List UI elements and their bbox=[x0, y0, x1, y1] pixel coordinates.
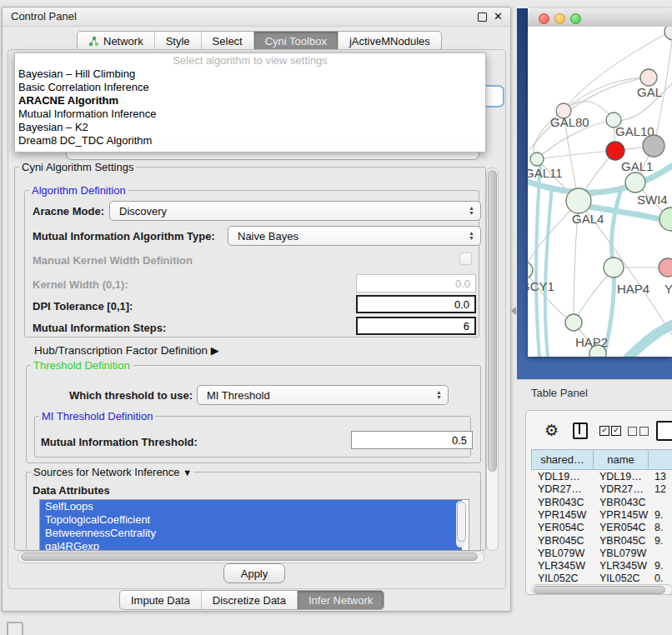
attribute-item[interactable]: gal4RGexp bbox=[40, 540, 462, 551]
mi-algorithm-type-combo[interactable]: Naive Bayes ▲▼ bbox=[228, 226, 481, 246]
new-column-icon[interactable] bbox=[656, 421, 672, 441]
chevron-right-icon: ▶ bbox=[211, 344, 219, 357]
table-cell[interactable]: YBR045C bbox=[538, 535, 584, 547]
table-cell[interactable]: YBR043C bbox=[599, 497, 646, 508]
network-window-titlebar[interactable] bbox=[528, 8, 672, 28]
table-cell[interactable]: 9. bbox=[654, 535, 663, 547]
table-cell[interactable]: 9. bbox=[654, 509, 663, 521]
tab-style[interactable]: Style bbox=[155, 32, 202, 50]
aracne-mode-combo[interactable]: Discovery ▲▼ bbox=[109, 201, 481, 221]
attribute-item[interactable]: SelfLoops bbox=[40, 500, 462, 513]
table-cell[interactable]: 8. bbox=[654, 522, 663, 533]
node-hap4[interactable] bbox=[604, 258, 624, 278]
minimized-panel-icon[interactable] bbox=[7, 622, 23, 635]
table-cell[interactable]: YER054C bbox=[599, 522, 646, 533]
node-label: Y bbox=[664, 282, 672, 296]
table-cell[interactable]: YIL052C bbox=[599, 572, 640, 583]
node[interactable] bbox=[606, 142, 624, 160]
aracne-mode-value: Discovery bbox=[119, 205, 167, 218]
table-cell[interactable]: YLR345W bbox=[538, 560, 585, 572]
dropdown-placeholder: Select algorithm to view settings bbox=[15, 53, 485, 68]
table-cell[interactable]: YBR043C bbox=[538, 497, 584, 508]
apply-button[interactable]: Apply bbox=[223, 563, 285, 583]
close-traffic-light[interactable] bbox=[539, 13, 549, 24]
node[interactable] bbox=[643, 135, 664, 157]
manual-kernel-width-label: Manual Kernel Width Definition bbox=[33, 254, 193, 267]
node[interactable] bbox=[589, 345, 606, 357]
tab-impute-data[interactable]: Impute Data bbox=[120, 591, 202, 609]
network-canvas[interactable]: GALGAL80GAL10GAL11GAL1SWI4GAL4GCY1HAP4YH… bbox=[528, 27, 672, 357]
table-cell[interactable]: YER054C bbox=[538, 522, 584, 533]
table-horizontal-scrollbar[interactable] bbox=[531, 584, 672, 595]
node-gal1[interactable] bbox=[625, 172, 645, 192]
table-rows: YDL19…YDL19…13YDR27…YDR27…12YBR043CYBR04… bbox=[531, 469, 672, 583]
node-y[interactable] bbox=[659, 258, 672, 277]
node-gal11[interactable] bbox=[530, 152, 544, 166]
select-all-icon2[interactable]: ✓ bbox=[611, 426, 621, 436]
algorithm-option[interactable]: Bayesian – Hill Climbing bbox=[15, 68, 485, 81]
table-cell[interactable]: YBL079W bbox=[599, 548, 646, 559]
table-cell[interactable]: YDL19… bbox=[538, 471, 580, 482]
attribute-item[interactable]: BetweennessCentrality bbox=[40, 527, 462, 540]
kernel-width-input[interactable]: 0.0 bbox=[356, 274, 476, 292]
table-cell[interactable]: YBL079W bbox=[538, 548, 584, 559]
table-cell[interactable]: YDR27… bbox=[599, 483, 644, 495]
deselect-icon2[interactable] bbox=[639, 427, 649, 436]
dpi-tolerance-input[interactable]: 0.0 bbox=[356, 295, 476, 313]
deselect-icon[interactable] bbox=[628, 427, 637, 436]
algorithm-option[interactable]: Bayesian – K2 bbox=[15, 121, 485, 134]
node-gal[interactable] bbox=[640, 69, 657, 86]
data-attributes-list[interactable]: SelfLoopsTopologicalCoefficientBetweenne… bbox=[39, 499, 469, 551]
algorithm-option[interactable]: Mutual Information Inference bbox=[15, 108, 485, 121]
table-cell[interactable]: 0. bbox=[654, 572, 663, 583]
select-all-icon[interactable]: ✓ bbox=[599, 426, 609, 436]
control-panel-titlebar[interactable]: Control Panel ✕ bbox=[3, 8, 510, 27]
algorithm-option[interactable]: ARACNE Algorithm bbox=[15, 94, 485, 108]
minimize-traffic-light[interactable] bbox=[554, 13, 565, 24]
hub-definition-toggle[interactable]: Hub/Transcription Factor Definition ▶ bbox=[34, 344, 219, 357]
float-window-icon[interactable] bbox=[478, 12, 487, 22]
column-header[interactable] bbox=[648, 449, 672, 470]
gear-icon[interactable]: ⚙ bbox=[544, 421, 559, 440]
tab-select[interactable]: Select bbox=[202, 32, 254, 50]
table-cell[interactable]: 13 bbox=[654, 471, 666, 482]
tab-jactivemnodules[interactable]: jActiveMNodules bbox=[339, 32, 441, 50]
table-cell[interactable]: 9. bbox=[654, 560, 663, 572]
node-label: GAL80 bbox=[550, 115, 589, 129]
table-cell[interactable]: YLR345W bbox=[599, 560, 647, 572]
splitter-collapse-icon[interactable] bbox=[511, 307, 516, 315]
settings-horizontal-scrollbar[interactable] bbox=[18, 551, 484, 563]
table-cell[interactable]: 12 bbox=[654, 483, 666, 495]
tab-cyni-toolbox[interactable]: Cyni Toolbox bbox=[254, 32, 339, 50]
table-cell[interactable]: YDL19… bbox=[599, 471, 642, 482]
node-hap2[interactable] bbox=[565, 314, 582, 331]
column-header[interactable]: name bbox=[593, 449, 649, 470]
tab-network[interactable]: Network bbox=[78, 32, 155, 50]
settings-vertical-scrollbar[interactable] bbox=[486, 168, 499, 551]
tab-label: Cyni Toolbox bbox=[265, 35, 327, 48]
tab-label: Network bbox=[103, 35, 143, 48]
table-cell[interactable]: YDR27… bbox=[538, 483, 582, 495]
column-header[interactable]: shared… bbox=[531, 449, 594, 470]
attribute-item[interactable]: TopologicalCoefficient bbox=[40, 513, 462, 527]
node-gal4[interactable] bbox=[566, 188, 591, 213]
manual-kernel-width-checkbox[interactable] bbox=[459, 252, 472, 265]
mi-steps-input[interactable]: 6 bbox=[356, 317, 476, 335]
table-cell[interactable]: YIL052C bbox=[538, 572, 579, 583]
table-cell[interactable]: YPR145W bbox=[599, 509, 648, 521]
tab-infer-network[interactable]: Infer Network bbox=[298, 591, 384, 609]
tab-discretize-data[interactable]: Discretize Data bbox=[202, 591, 298, 609]
table-cell[interactable]: YBR045C bbox=[599, 535, 646, 547]
table-cell[interactable]: YPR145W bbox=[538, 509, 586, 521]
algorithm-option[interactable]: Dream8 DC_TDC Algorithm bbox=[15, 134, 485, 148]
zoom-traffic-light[interactable] bbox=[570, 13, 581, 24]
kernel-width-label: Kernel Width (0,1): bbox=[33, 278, 128, 291]
combo-stepper-icon: ▲▼ bbox=[469, 206, 474, 216]
columns-icon[interactable] bbox=[573, 422, 588, 439]
close-icon[interactable]: ✕ bbox=[494, 11, 503, 22]
attributes-list-scrollbar[interactable] bbox=[456, 501, 465, 548]
chevron-down-icon[interactable]: ▼ bbox=[183, 468, 192, 478]
which-threshold-combo[interactable]: MI Threshold ▲▼ bbox=[197, 385, 449, 405]
mi-threshold-input[interactable]: 0.5 bbox=[351, 431, 473, 449]
algorithm-option[interactable]: Basic Correlation Inference bbox=[15, 81, 485, 94]
